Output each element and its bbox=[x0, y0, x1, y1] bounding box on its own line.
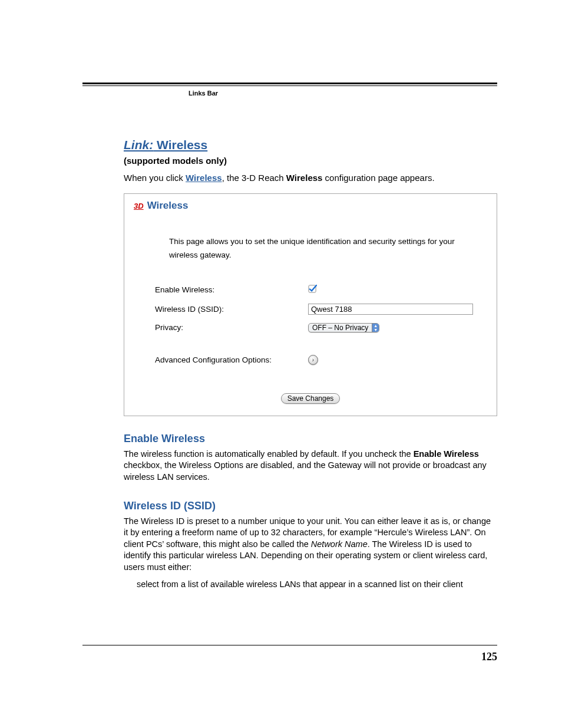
ssid-input[interactable] bbox=[308, 304, 473, 315]
advanced-options-expand-icon[interactable]: › bbox=[308, 355, 318, 365]
wireless-config-panel: 3D Wireless This page allows you to set … bbox=[124, 193, 497, 416]
panel-description: This page allows you to set the unique i… bbox=[169, 235, 470, 262]
ssid-label: Wireless ID (SSID): bbox=[153, 300, 305, 318]
header-section-label: Links Bar bbox=[189, 90, 497, 97]
privacy-label: Privacy: bbox=[153, 319, 305, 336]
page-title: Link: Wireless bbox=[124, 138, 497, 152]
wireless-link[interactable]: Wireless bbox=[186, 173, 222, 183]
select-stepper-icon: ▲▼ bbox=[372, 324, 379, 332]
brand-text: Wireless bbox=[147, 200, 189, 212]
wireless-brand: 3D Wireless bbox=[134, 200, 487, 212]
ssid-paragraph: The Wireless ID is preset to a number un… bbox=[124, 516, 497, 574]
footer-rule bbox=[82, 645, 497, 645]
save-changes-button[interactable]: Save Changes bbox=[281, 393, 340, 404]
enable-wireless-heading: Enable Wireless bbox=[124, 433, 497, 445]
intro-paragraph: When you click Wireless, the 3-D Reach W… bbox=[124, 172, 497, 184]
brand-logo-3d: 3D bbox=[134, 202, 144, 210]
page-subtitle: (supported models only) bbox=[124, 156, 497, 166]
ssid-bullet-1: select from a list of available wireless… bbox=[137, 579, 497, 591]
ssid-heading: Wireless ID (SSID) bbox=[124, 500, 497, 512]
enable-wireless-checkbox[interactable] bbox=[308, 286, 317, 295]
privacy-select[interactable]: OFF – No Privacy ▲▼ bbox=[308, 323, 379, 332]
enable-wireless-label: Enable Wireless: bbox=[153, 281, 305, 299]
advanced-options-label: Advanced Configuration Options: bbox=[153, 337, 305, 368]
enable-wireless-paragraph: The wireless function is automatically e… bbox=[124, 449, 497, 483]
page-number: 125 bbox=[481, 651, 497, 663]
